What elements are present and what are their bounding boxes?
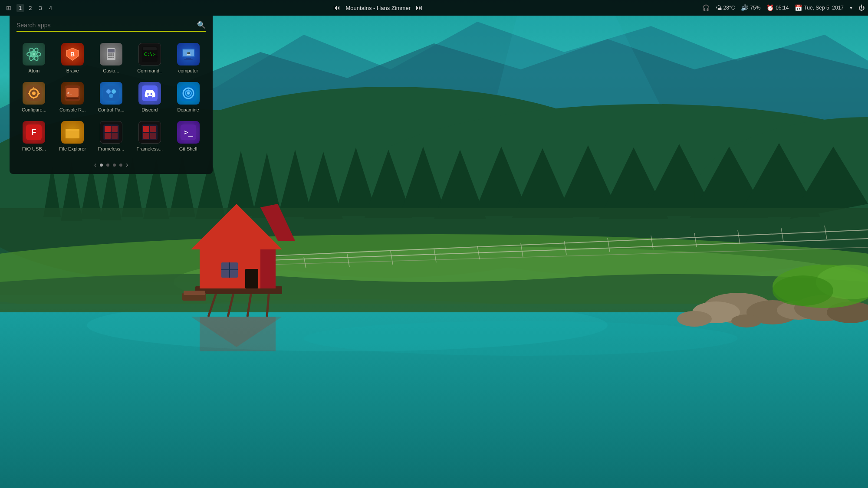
workspace-2-button[interactable]: 2 [26,4,34,12]
atom-icon [23,43,45,66]
frameless2-icon [138,121,161,144]
svg-point-45 [731,314,762,328]
svg-rect-94 [112,53,114,55]
pagination: ‹ › [10,161,213,169]
svg-rect-140 [143,126,149,132]
discord-label: Discord [135,107,165,112]
svg-point-44 [677,311,712,327]
taskbar: ⊞ 1 2 3 4 ⏮ Mountains - Hans Zimmer ⏭ 🎧 … [0,0,868,16]
app-item-dopamine[interactable]: Dopamine [171,79,206,115]
console-icon: >_ [61,82,84,105]
svg-rect-93 [110,53,112,55]
media-next-button[interactable]: ⏭ [416,4,423,12]
fileexplorer-icon [61,121,84,144]
svg-rect-115 [38,93,40,94]
app-item-frameless1[interactable]: Frameless... [94,118,129,154]
pagination-dot-3[interactable] [113,164,116,167]
app-item-discord[interactable]: Discord [132,79,167,115]
svg-rect-68 [260,249,276,288]
frameless1-icon [100,121,122,144]
app-item-casio[interactable]: Casio... [94,40,129,76]
svg-rect-133 [66,131,79,138]
dropdown-tray-item[interactable]: ▾ [850,5,852,11]
volume-tray-item[interactable]: 🔊 75% [741,4,760,11]
search-icon[interactable]: 🔍 [197,21,206,29]
svg-text:C:\>_: C:\>_ [144,52,158,57]
workspace-3-button[interactable]: 3 [36,4,44,12]
configure-label: Configure... [19,107,49,112]
svg-rect-120 [103,85,119,101]
search-input[interactable] [16,22,197,29]
svg-rect-114 [28,93,30,94]
svg-rect-100 [112,57,114,58]
svg-rect-98 [108,57,110,58]
fiio-icon: F [23,121,45,144]
app-item-computer[interactable]: 💻 computer [171,40,206,76]
app-item-brave[interactable]: B Brave [55,40,90,76]
app-item-frameless2[interactable]: Frameless... [132,118,167,154]
svg-rect-137 [105,133,111,139]
pagination-dot-2[interactable] [106,164,109,167]
app-item-gitshell[interactable]: >_ Git Shell [171,118,206,154]
svg-rect-143 [150,133,156,139]
svg-rect-107 [184,59,193,60]
frameless2-label: Frameless... [135,146,165,151]
svg-point-37 [304,321,738,356]
svg-rect-74 [245,269,258,288]
svg-point-121 [106,89,111,94]
app-item-console[interactable]: >_ Console R... [55,79,90,115]
weather-tray-item[interactable]: 🌤 28°C [716,4,735,11]
workspace-4-button[interactable]: 4 [47,4,54,12]
dopamine-icon [177,82,200,105]
svg-rect-136 [112,126,118,132]
app-item-configure[interactable]: Configure... [16,79,52,115]
app-item-command[interactable]: C:\>_ Command_ [132,40,167,76]
svg-rect-106 [186,58,191,59]
computer-icon: 💻 [177,43,200,66]
svg-text:💻: 💻 [186,51,191,56]
headset-icon: 🎧 [702,4,710,11]
pagination-dot-1[interactable] [100,164,103,167]
workspace-1-button[interactable]: 1 [16,4,24,12]
app-item-fiio[interactable]: F FiiO USB... [16,118,52,154]
power-icon: ⏻ [858,4,865,11]
taskbar-right: 🎧 🌤 28°C 🔊 75% ⏰ 05:14 📅 Tue, Sep 5, 201… [702,4,865,11]
gitshell-label: Git Shell [173,146,204,151]
svg-rect-92 [108,53,110,55]
dopamine-label: Dopamine [173,107,204,112]
svg-text:>_: >_ [184,128,193,137]
dropdown-icon: ▾ [850,5,852,11]
apps-grid-icon[interactable]: ⊞ [3,3,14,13]
calendar-tray-item[interactable]: 📅 Tue, Sep 5, 2017 [795,4,844,11]
svg-rect-142 [143,133,149,139]
app-item-fileexplorer[interactable]: File Explorer [55,118,90,154]
pagination-next-button[interactable]: › [126,161,128,169]
controlpanel-label: Control Pa... [96,107,126,112]
svg-rect-99 [110,57,112,58]
search-bar: 🔍 [16,21,206,32]
brave-label: Brave [57,68,88,73]
weather-icon: 🌤 [716,4,722,11]
console-label: Console R... [57,107,88,112]
command-icon: C:\>_ [138,43,161,66]
power-tray-item[interactable]: ⏻ [858,4,865,11]
svg-rect-135 [105,126,111,132]
fiio-label: FiiO USB... [19,146,49,151]
svg-text:B: B [70,51,75,58]
headset-tray-item[interactable]: 🎧 [702,4,710,11]
computer-label: computer [173,68,204,73]
app-item-atom[interactable]: Atom [16,40,52,76]
app-launcher: 🔍 Atom B [10,16,213,174]
frameless1-label: Frameless... [96,146,126,151]
casio-icon [100,43,122,66]
date-value: Tue, Sep 5, 2017 [804,5,844,11]
configure-icon [23,82,45,105]
brave-icon: B [61,43,84,66]
clock-tray-item[interactable]: ⏰ 05:14 [766,4,789,11]
pagination-dot-4[interactable] [119,164,122,167]
pagination-prev-button[interactable]: ‹ [94,161,96,169]
atom-label: Atom [19,68,49,73]
app-item-controlpanel[interactable]: Control Pa... [94,79,129,115]
svg-rect-95 [108,55,110,56]
media-prev-button[interactable]: ⏮ [333,4,340,12]
